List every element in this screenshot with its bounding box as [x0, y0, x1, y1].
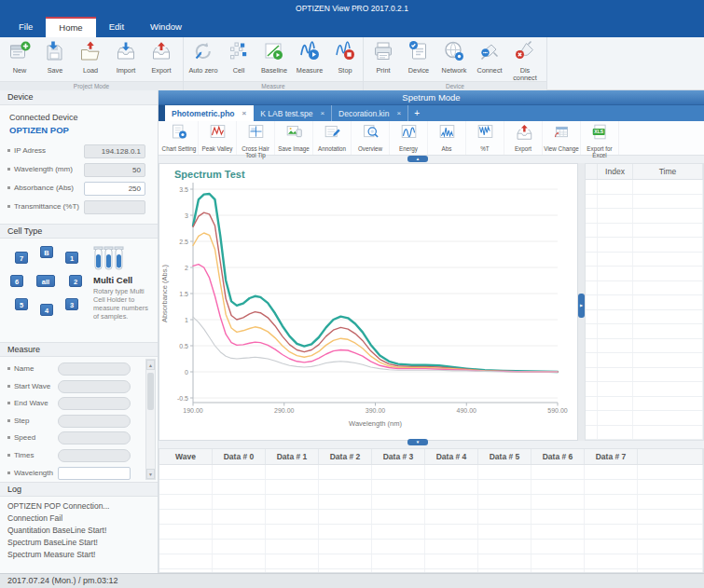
- table-cell[interactable]: [586, 426, 598, 440]
- table-cell[interactable]: [478, 554, 531, 568]
- ip-adress-field[interactable]: 194.128.0.1: [84, 144, 145, 158]
- annotation-button[interactable]: Annotation: [313, 121, 352, 155]
- cell-button[interactable]: Cell: [221, 37, 256, 81]
- table-cell[interactable]: [586, 397, 598, 411]
- measure-scrollbar[interactable]: ▲ ▼: [145, 359, 156, 480]
- table-cell[interactable]: [585, 510, 638, 524]
- table-cell[interactable]: [598, 238, 633, 252]
- table-cell[interactable]: [372, 465, 425, 479]
- table-cell[interactable]: [372, 480, 425, 494]
- table-cell[interactable]: [633, 238, 703, 252]
- column-header-data-1[interactable]: Data # 1: [266, 449, 319, 464]
- menu-tab-file[interactable]: File: [6, 17, 46, 37]
- peak-valley-button[interactable]: Peak Valley: [199, 121, 237, 155]
- stop-button[interactable]: Stop: [327, 37, 363, 81]
- table-cell[interactable]: [598, 224, 633, 238]
- table-cell[interactable]: [266, 510, 319, 524]
- connect-button[interactable]: Connect: [472, 37, 507, 81]
- table-cell[interactable]: [319, 510, 372, 524]
- table-cell[interactable]: [586, 295, 598, 309]
- column-header-data-6[interactable]: Data # 6: [531, 449, 585, 464]
- menu-tab-window[interactable]: Window: [137, 17, 195, 37]
- table-cell[interactable]: [633, 267, 703, 280]
- table-cell[interactable]: [319, 465, 372, 479]
- end-wave-input[interactable]: [58, 397, 131, 410]
- table-cell[interactable]: [319, 525, 372, 539]
- close-tab-icon[interactable]: ×: [396, 109, 401, 117]
- table-cell[interactable]: [633, 310, 703, 324]
- table-cell[interactable]: [586, 339, 598, 353]
- table-cell[interactable]: [598, 195, 633, 209]
- overview-button[interactable]: Overview: [352, 121, 390, 155]
- table-cell[interactable]: [159, 554, 213, 568]
- table-cell[interactable]: [531, 480, 585, 494]
- table-cell[interactable]: [633, 353, 703, 367]
- table-cell[interactable]: [585, 554, 638, 568]
- table-cell[interactable]: [372, 525, 425, 539]
- table-cell[interactable]: [633, 253, 703, 267]
- table-cell[interactable]: [425, 510, 478, 524]
- table-cell[interactable]: [598, 253, 633, 267]
- table-cell[interactable]: [478, 465, 531, 479]
- table-cell[interactable]: [598, 353, 633, 367]
- tab-decoration-kin[interactable]: Decoration.kin×: [332, 105, 408, 121]
- save-button[interactable]: Save: [37, 37, 73, 81]
- close-tab-icon[interactable]: ×: [320, 109, 324, 117]
- spectrum-chart-canvas[interactable]: 3.532.521.510.50-0.5190.00290.00390.0049…: [159, 164, 579, 440]
- name-input[interactable]: [58, 362, 131, 376]
- export-for-excel-button[interactable]: XLSExport for Excel: [581, 121, 619, 155]
- measure-button[interactable]: Measure: [292, 37, 327, 81]
- cell-button-b[interactable]: B: [40, 246, 53, 258]
- table-cell[interactable]: [633, 195, 703, 209]
- table-cell[interactable]: [372, 495, 425, 509]
- expand-table-button[interactable]: ▶: [578, 294, 585, 318]
- table-cell[interactable]: [586, 180, 598, 194]
- table-cell[interactable]: [531, 465, 585, 479]
- table-cell[interactable]: [598, 180, 633, 194]
- table-cell[interactable]: [633, 397, 703, 411]
- collapse-chart-button[interactable]: ▼: [407, 439, 428, 445]
- view-change-button[interactable]: View Change: [543, 121, 581, 155]
- table-cell[interactable]: [633, 368, 703, 382]
- table-cell[interactable]: [159, 510, 213, 524]
- menu-tab-home[interactable]: Home: [46, 17, 95, 37]
- save-image-button[interactable]: Save Image: [275, 121, 313, 155]
- table-cell[interactable]: [586, 224, 598, 238]
- speed-input[interactable]: [58, 431, 131, 444]
- table-cell[interactable]: [598, 339, 633, 353]
- table-cell[interactable]: [213, 480, 266, 494]
- tab-photometric-pho[interactable]: Photometric.pho×: [165, 105, 254, 121]
- table-cell[interactable]: [586, 253, 598, 267]
- table-cell[interactable]: [586, 209, 598, 223]
- table-cell[interactable]: [633, 180, 703, 194]
- absorbance-abs--field[interactable]: 250: [84, 182, 145, 196]
- column-header-time[interactable]: Time: [633, 164, 703, 179]
- table-cell[interactable]: [531, 510, 585, 524]
- table-cell[interactable]: [425, 554, 478, 568]
- auto-zero-button[interactable]: Auto zero: [186, 37, 221, 81]
- table-cell[interactable]: [586, 411, 598, 425]
- table-cell[interactable]: [425, 540, 478, 554]
- table-cell[interactable]: [159, 480, 213, 494]
- table-cell[interactable]: [531, 525, 585, 539]
- table-cell[interactable]: [319, 554, 372, 568]
- table-cell[interactable]: [585, 540, 638, 554]
- table-cell[interactable]: [266, 495, 319, 509]
- table-cell[interactable]: [598, 426, 633, 440]
- cell-button-6[interactable]: 6: [10, 275, 23, 287]
- table-cell[interactable]: [266, 525, 319, 539]
- table-cell[interactable]: [213, 525, 266, 539]
- spectrum-chart[interactable]: 3.532.521.510.50-0.5190.00290.00390.0049…: [159, 163, 578, 441]
- table-cell[interactable]: [633, 382, 703, 396]
- cross-hair-tool-tip-button[interactable]: Cross Hair Tool Tip: [237, 121, 275, 155]
- table-cell[interactable]: [159, 525, 213, 539]
- table-cell[interactable]: [266, 540, 319, 554]
- table-cell[interactable]: [598, 397, 633, 411]
- new-tab-button[interactable]: +: [408, 105, 425, 121]
- table-cell[interactable]: [266, 465, 319, 479]
- cell-button-4[interactable]: 4: [40, 304, 53, 316]
- table-cell[interactable]: [585, 480, 638, 494]
- table-cell[interactable]: [531, 495, 585, 509]
- table-cell[interactable]: [586, 324, 598, 338]
- transmittance-t--field[interactable]: [84, 200, 145, 214]
